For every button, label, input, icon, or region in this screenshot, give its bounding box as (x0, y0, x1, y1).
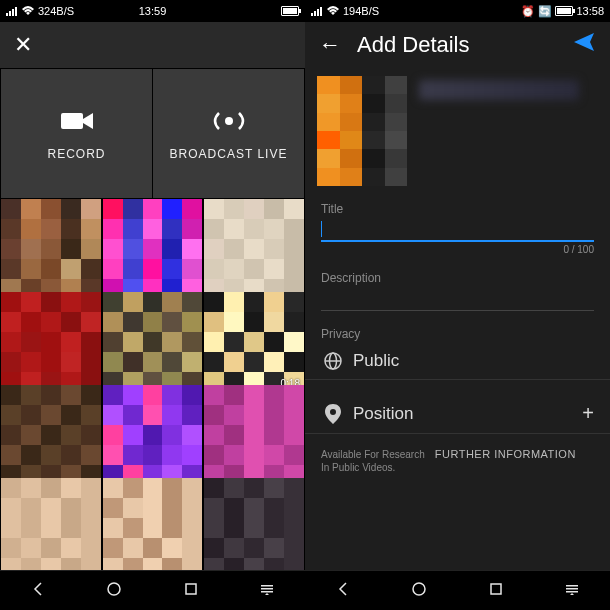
sync-icon: 🔄 (538, 5, 552, 18)
globe-icon (321, 351, 345, 371)
svg-rect-21 (566, 588, 578, 590)
further-info-link[interactable]: FURTHER INFORMATION (435, 448, 576, 460)
gallery-tile[interactable] (204, 385, 304, 485)
wifi-icon (326, 6, 340, 16)
battery-icon (555, 6, 573, 16)
gallery-tile[interactable] (1, 199, 101, 299)
privacy-value: Public (345, 351, 594, 371)
add-position-button[interactable]: + (582, 402, 594, 425)
nav-menu[interactable] (258, 580, 276, 602)
nav-back[interactable] (29, 580, 47, 602)
back-button[interactable]: ← (315, 28, 345, 62)
gallery-screen: 324B/S 13:59 ✕ RECORD BROADCAST LIVE 0:1… (0, 0, 305, 610)
wifi-icon (21, 6, 35, 16)
header: ✕ (0, 22, 305, 68)
status-bar: 194B/S ⏰ 🔄 13:58 (305, 0, 610, 22)
gallery-tile[interactable] (103, 385, 203, 485)
svg-point-6 (108, 583, 120, 595)
nav-bar (0, 570, 305, 610)
title-field[interactable]: Title 0 / 100 (305, 194, 610, 263)
location-icon (321, 404, 345, 424)
broadcast-icon (209, 107, 249, 135)
svg-rect-13 (317, 9, 319, 16)
svg-rect-2 (12, 9, 14, 16)
privacy-field[interactable]: Privacy (305, 319, 610, 343)
broadcast-button[interactable]: BROADCAST LIVE (153, 69, 304, 198)
signal-icon (6, 6, 18, 16)
nav-home[interactable] (105, 580, 123, 602)
media-gallery: 0:18 (0, 198, 305, 570)
details-screen: 194B/S ⏰ 🔄 13:58 ← Add Details Title 0 /… (305, 0, 610, 610)
clock: 13:59 (139, 5, 167, 17)
nav-recent[interactable] (487, 580, 505, 602)
svg-rect-8 (261, 585, 273, 587)
gallery-tile[interactable] (1, 385, 101, 485)
description-label: Description (321, 271, 594, 285)
record-button[interactable]: RECORD (1, 69, 152, 198)
svg-rect-12 (314, 11, 316, 16)
gallery-tile[interactable] (103, 199, 203, 299)
data-rate: 324B/S (38, 5, 74, 17)
submit-button[interactable] (568, 26, 600, 64)
record-label: RECORD (47, 147, 105, 161)
svg-rect-0 (6, 13, 8, 16)
footer: Available For Research In Public Videos.… (305, 440, 610, 482)
svg-rect-10 (261, 591, 273, 593)
gallery-tile[interactable] (1, 478, 101, 570)
description-input[interactable] (321, 287, 594, 311)
data-rate: 194B/S (343, 5, 379, 17)
camera-icon (59, 107, 95, 135)
nav-menu[interactable] (563, 580, 581, 602)
nav-bar (305, 570, 610, 610)
nav-recent[interactable] (182, 580, 200, 602)
position-row[interactable]: Position + (305, 394, 610, 434)
title-input[interactable] (321, 218, 594, 242)
status-bar: 324B/S 13:59 (0, 0, 305, 22)
svg-rect-1 (9, 11, 11, 16)
close-button[interactable]: ✕ (10, 28, 36, 62)
svg-point-18 (413, 583, 425, 595)
svg-rect-4 (61, 113, 83, 129)
channel-name-blur (419, 80, 579, 100)
battery-icon (281, 6, 299, 16)
video-thumbnail[interactable] (317, 76, 407, 186)
svg-rect-11 (311, 13, 313, 16)
nav-back[interactable] (334, 580, 352, 602)
svg-rect-7 (186, 584, 196, 594)
action-row: RECORD BROADCAST LIVE (0, 68, 305, 198)
description-field[interactable]: Description (305, 263, 610, 319)
signal-icon (311, 6, 323, 16)
privacy-selector[interactable]: Public (305, 343, 610, 380)
page-title: Add Details (345, 32, 568, 58)
svg-rect-3 (15, 7, 17, 16)
video-thumbnail-row (305, 68, 610, 194)
gallery-tile[interactable] (103, 292, 203, 392)
gallery-tile[interactable] (204, 478, 304, 570)
title-counter: 0 / 100 (321, 244, 594, 255)
research-note: Available For Research In Public Videos. (321, 448, 425, 474)
gallery-tile[interactable] (103, 478, 203, 570)
svg-rect-14 (320, 7, 322, 16)
alarm-icon: ⏰ (521, 5, 535, 18)
gallery-tile[interactable] (204, 199, 304, 299)
clock: 13:58 (576, 5, 604, 17)
gallery-tile[interactable]: 0:18 (204, 292, 304, 392)
svg-rect-19 (491, 584, 501, 594)
svg-rect-9 (261, 588, 273, 590)
position-value: Position (345, 404, 582, 424)
svg-rect-22 (566, 591, 578, 593)
gallery-tile[interactable] (1, 292, 101, 392)
svg-point-5 (225, 117, 233, 125)
svg-rect-20 (566, 585, 578, 587)
broadcast-label: BROADCAST LIVE (170, 147, 288, 161)
header: ← Add Details (305, 22, 610, 68)
title-label: Title (321, 202, 594, 216)
privacy-label: Privacy (321, 327, 594, 341)
nav-home[interactable] (410, 580, 428, 602)
